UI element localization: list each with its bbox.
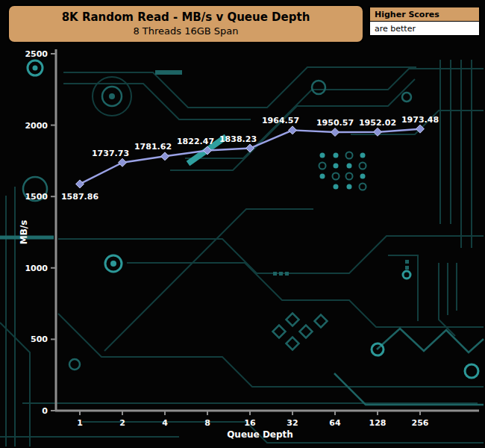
data-point-marker <box>204 146 212 155</box>
data-point-value-label: 1950.57 <box>316 118 354 128</box>
legend-are-better-label: are better <box>369 22 481 37</box>
legend-box: Higher Scores are better <box>369 6 481 37</box>
data-point-value-label: 1737.73 <box>92 149 129 158</box>
x-tick-label: 256 <box>412 418 429 428</box>
data-point-value-label: 1838.23 <box>219 134 257 144</box>
data-point-marker <box>289 126 297 134</box>
x-axis-title: Queue Depth <box>227 429 293 440</box>
data-point-value-label: 1973.48 <box>401 115 439 125</box>
y-tick-label: 2500 <box>25 49 48 59</box>
data-point-value-label: 1952.02 <box>359 118 396 128</box>
legend-higher-scores-label: Higher Scores <box>369 6 481 22</box>
data-point-value-label: 1587.86 <box>61 192 98 202</box>
y-tick-label: 1000 <box>25 264 48 273</box>
data-point-marker <box>161 152 169 161</box>
x-tick-label: 4 <box>162 418 168 428</box>
data-point-value-label: 1822.47 <box>177 137 214 146</box>
y-axis-title: MB/s <box>19 220 29 245</box>
y-tick-label: 500 <box>31 335 48 344</box>
chart-subtitle: 8 Threads 16GB Span <box>133 25 238 37</box>
data-point-marker <box>331 128 340 137</box>
x-tick-label: 64 <box>329 418 341 428</box>
x-tick-label: 128 <box>369 418 387 428</box>
data-point-marker <box>76 180 84 188</box>
data-point-marker <box>416 125 425 133</box>
data-point-marker <box>374 128 382 136</box>
y-tick-label: 1500 <box>25 192 48 202</box>
x-tick-label: 1 <box>77 418 83 428</box>
line-chart: 050010001500200025001248163264128256Queu… <box>0 0 485 448</box>
data-point-marker <box>246 144 254 152</box>
x-tick-label: 16 <box>244 418 256 428</box>
x-tick-label: 2 <box>119 418 125 428</box>
data-point-value-label: 1781.62 <box>134 142 172 152</box>
x-tick-label: 32 <box>287 418 298 428</box>
x-tick-label: 8 <box>204 418 210 428</box>
y-tick-label: 0 <box>42 406 48 416</box>
y-tick-label: 2000 <box>25 121 48 131</box>
chart-title-bar: 8K Random Read - MB/s v Queue Depth 8 Th… <box>7 4 364 43</box>
chart-title: 8K Random Read - MB/s v Queue Depth <box>62 10 310 25</box>
data-point-value-label: 1964.57 <box>262 116 299 125</box>
data-point-marker <box>119 158 127 167</box>
